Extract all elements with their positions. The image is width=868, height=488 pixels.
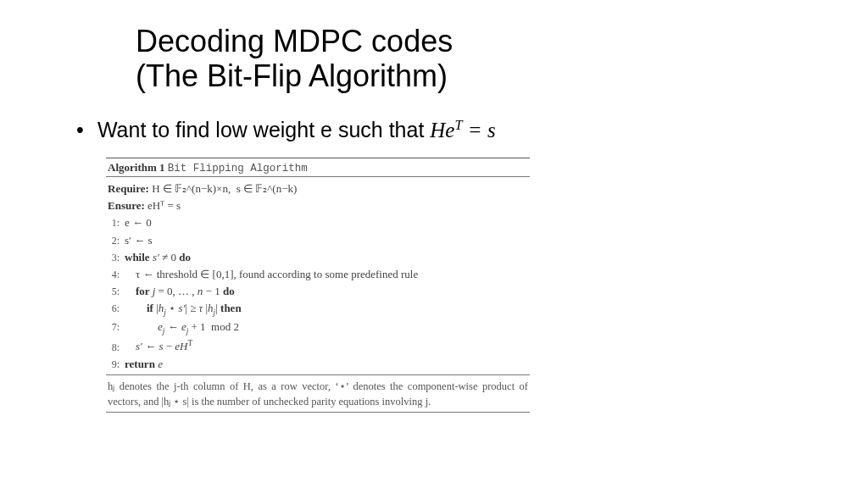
algorithm-header: Algorithm 1 Bit Flipping Algorithm: [106, 158, 530, 176]
rule-bottom: [106, 412, 530, 413]
algo-step-3: 3:while s′ ≠ 0 do: [108, 249, 528, 266]
algorithm-label: Algorithm 1: [108, 161, 165, 174]
algo-step-4: 4: τ ← threshold ∈ [0,1], found accordin…: [108, 266, 528, 283]
eq-rhs: s: [487, 119, 496, 141]
ensure-line: Ensure: eHᵀ = s: [108, 197, 528, 214]
step-text: τ ← threshold ∈ [0,1], found according t…: [125, 268, 418, 280]
eq-mid: =: [463, 119, 487, 141]
algo-step-2: 2:s′ ← s: [108, 232, 528, 249]
bullet-marker: •: [76, 118, 92, 142]
bullet-text: Want to find low weight e such that: [97, 118, 430, 141]
ensure-kw: Ensure:: [108, 199, 145, 212]
step-text: s′ ← s: [125, 234, 152, 247]
require-line: Require: H ∈ 𝔽₂^(n−k)×n, s ∈ 𝔽₂^(n−k): [108, 180, 528, 197]
algo-step-5: 5: for j = 0, … , n − 1 do: [108, 283, 528, 300]
algorithm-footnote: hⱼ denotes the j-th column of H, as a ro…: [106, 375, 530, 412]
algo-step-6: 6: if |hj ⋆ s′| ≥ τ |hj| then: [108, 300, 528, 319]
slide: Decoding MDPC codes (The Bit-Flip Algori…: [0, 0, 868, 488]
eq-lhs: He: [430, 119, 454, 141]
algo-step-9: 9:return e: [108, 356, 528, 373]
ensure-body: eHᵀ = s: [145, 199, 181, 212]
algo-step-7: 7: ej ← ej + 1 mod 2: [108, 319, 528, 337]
algorithm-body: Require: H ∈ 𝔽₂^(n−k)×n, s ∈ 𝔽₂^(n−k) En…: [106, 177, 530, 374]
algorithm-name: Bit Flipping Algorithm: [168, 163, 308, 175]
algo-step-1: 1:e ← 0: [108, 214, 528, 231]
title-line-2: (The Bit-Flip Algorithm): [136, 58, 448, 93]
eq-sup: T: [454, 118, 462, 133]
algorithm-box: Algorithm 1 Bit Flipping Algorithm Requi…: [106, 158, 530, 413]
require-body: H ∈ 𝔽₂^(n−k)×n, s ∈ 𝔽₂^(n−k): [149, 182, 297, 195]
step-text: e ← 0: [125, 216, 152, 229]
bullet-line: • Want to find low weight e such that He…: [76, 118, 792, 142]
slide-title: Decoding MDPC codes (The Bit-Flip Algori…: [136, 24, 792, 94]
algo-step-8: 8: s′ ← s − eHT: [108, 337, 528, 355]
require-kw: Require:: [108, 182, 149, 195]
title-line-1: Decoding MDPC codes: [136, 24, 453, 58]
